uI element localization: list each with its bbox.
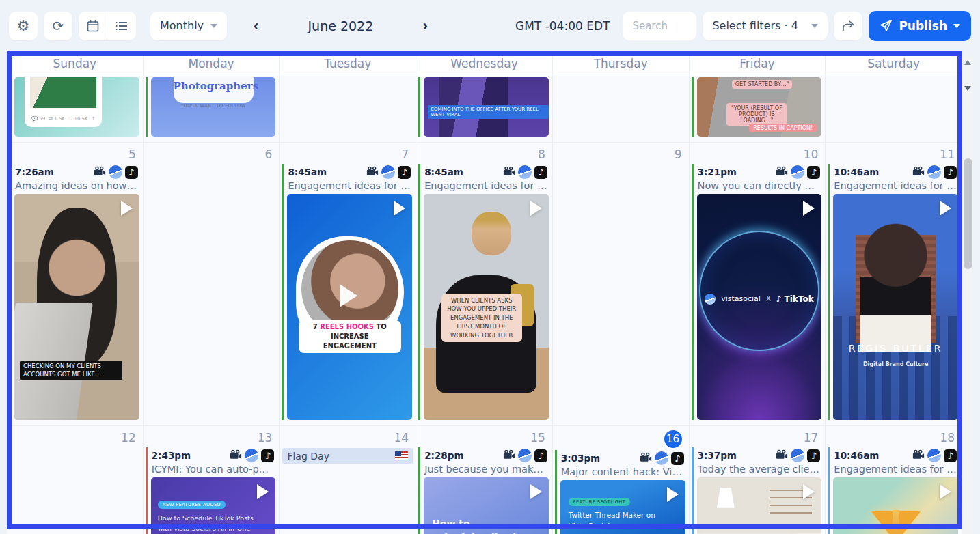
view-period-dropdown[interactable]: Monthly bbox=[150, 12, 227, 40]
post-card[interactable]: 3:03pm♪Major content hack: Vis…FEATURE S… bbox=[555, 450, 685, 534]
day-cell[interactable]: GET STARTED BY…""YOUR (RESULT OF PRODUCT… bbox=[690, 76, 826, 143]
day-cell[interactable]: COMING INTO THE OFFICE AFTER YOUR REEL W… bbox=[416, 76, 553, 143]
post-icons: ♪ bbox=[503, 449, 547, 462]
settings-button[interactable]: ⚙ bbox=[9, 12, 38, 40]
post-icons: ♪ bbox=[503, 165, 547, 179]
post-thumbnail[interactable]: GET STARTED BY…""YOUR (RESULT OF PRODUCT… bbox=[697, 77, 822, 137]
day-cell[interactable]: 14Flag Day bbox=[280, 426, 416, 534]
post-thumbnail[interactable] bbox=[833, 477, 958, 534]
holiday-banner[interactable]: Flag Day bbox=[282, 448, 413, 464]
play-icon bbox=[667, 487, 679, 502]
day-cell[interactable]: 12 bbox=[7, 426, 144, 534]
day-cell[interactable]: 173:37pm♪Today the average clie…WHEN YOU… bbox=[690, 426, 826, 534]
tiktok-icon: ♪ bbox=[125, 166, 138, 179]
post-card[interactable]: 10:46am♪Engagement ideas for … bbox=[828, 447, 958, 534]
vertical-scrollbar[interactable] bbox=[962, 56, 974, 534]
post-thumbnail[interactable]: How to Schedule TikTok Postswith Vista S… bbox=[424, 477, 549, 534]
date-number: 7 bbox=[401, 147, 409, 162]
post-thumbnail[interactable]: vistasocialX♪ TikTok bbox=[697, 194, 822, 420]
refresh-icon: ⟳ bbox=[53, 18, 64, 34]
date-bar: 18 bbox=[826, 426, 962, 447]
post-card[interactable]: 3:21pm♪Now you can directly p…vistasocia… bbox=[692, 164, 822, 420]
next-month-button[interactable]: › bbox=[417, 18, 433, 33]
post-thumbnail[interactable]: PhotographersYOU'LL WANT TO FOLLOW bbox=[151, 77, 276, 137]
share-button[interactable] bbox=[834, 12, 862, 40]
day-cell[interactable]: 152:28pm♪Just because you mak…How to Sch… bbox=[416, 426, 553, 534]
post-thumbnail[interactable]: NEW FEATURES ADDEDHow to Schedule TikTok… bbox=[151, 477, 276, 534]
reply-count: 💬 59 bbox=[31, 116, 45, 122]
day-cell[interactable] bbox=[280, 76, 416, 143]
scroll-up-icon[interactable] bbox=[964, 60, 971, 65]
like-count: ♡ 10.5K bbox=[68, 116, 88, 122]
prev-month-button[interactable]: ‹ bbox=[248, 18, 264, 33]
post-thumbnail[interactable]: WHEN YOU SPEND 2 HOURS bbox=[697, 477, 822, 534]
funnel-graphic bbox=[871, 511, 921, 534]
post-time: 3:21pm bbox=[698, 167, 737, 178]
post-card[interactable]: PhotographersYOU'LL WANT TO FOLLOW bbox=[146, 77, 276, 137]
post-icons: ♪ bbox=[640, 451, 684, 465]
post-card[interactable]: COMING INTO THE OFFICE AFTER YOUR REEL W… bbox=[418, 77, 549, 137]
day-cell[interactable] bbox=[826, 76, 962, 143]
profile-avatar bbox=[655, 451, 668, 465]
collab-x: X bbox=[766, 295, 771, 303]
day-cell[interactable]: 132:43pm♪ICYMI: You can auto-p…NEW FEATU… bbox=[144, 426, 280, 534]
post-title: Engagement ideas for … bbox=[287, 180, 412, 194]
refresh-button[interactable]: ⟳ bbox=[44, 12, 72, 40]
share-icon bbox=[841, 20, 855, 32]
feature-badge: NEW FEATURES ADDED bbox=[158, 501, 226, 509]
post-title: Today the average clie… bbox=[697, 463, 822, 477]
select-filters-dropdown[interactable]: Select filters · 4 bbox=[703, 12, 828, 40]
post-thumbnail[interactable]: FEATURE SPOTLIGHTTwitter Thread Maker on… bbox=[560, 480, 685, 534]
scrollbar-thumb[interactable] bbox=[964, 158, 972, 269]
date-number: 10 bbox=[804, 147, 819, 162]
timezone-label: GMT -04:00 EDT bbox=[515, 19, 610, 33]
day-cell[interactable]: 163:03pm♪Major content hack: Vis…FEATURE… bbox=[553, 426, 690, 534]
post-title: Amazing ideas on how … bbox=[14, 180, 139, 194]
day-header-sunday: Sunday bbox=[7, 51, 144, 76]
list-view-button[interactable] bbox=[107, 12, 136, 40]
play-icon bbox=[530, 484, 542, 499]
post-header: 7:26am♪ bbox=[14, 164, 139, 180]
post-thumbnail[interactable]: WHEN CLIENTS ASKS HOW YOU UPPED THEIR EN… bbox=[424, 194, 549, 420]
profile-avatar bbox=[109, 165, 122, 179]
post-card[interactable]: GET STARTED BY…""YOUR (RESULT OF PRODUCT… bbox=[692, 77, 822, 137]
post-card[interactable]: 7:26am♪Amazing ideas on how …CHECKING ON… bbox=[9, 164, 139, 420]
post-card[interactable]: 3:37pm♪Today the average clie…WHEN YOU S… bbox=[692, 447, 822, 534]
post-card[interactable]: 8:45am♪Engagement ideas for …WHEN CLIENT… bbox=[418, 164, 549, 420]
post-card[interactable]: 10:46am♪Engagement ideas for …REGIS BUTL… bbox=[828, 164, 958, 420]
search-input[interactable] bbox=[623, 12, 696, 40]
post-thumbnail[interactable]: CHECKING ON MY CLIENTS ACCOUNTS GOT ME L… bbox=[14, 194, 139, 420]
post-card[interactable]: 2:28pm♪Just because you mak…How to Sched… bbox=[418, 447, 549, 534]
reel-camera-icon bbox=[366, 166, 379, 179]
day-cell[interactable] bbox=[553, 76, 690, 143]
day-cell[interactable]: 💬 59⇄ 1.5K♡ 10.5K↥ bbox=[7, 76, 144, 143]
date-bar: 11 bbox=[826, 143, 962, 163]
reel-camera-icon bbox=[640, 452, 652, 465]
day-cell[interactable]: 78:45am♪Engagement ideas for …7 REELS HO… bbox=[280, 143, 416, 426]
publish-button[interactable]: Publish bbox=[869, 11, 971, 41]
calendar-row: 57:26am♪Amazing ideas on how …CHECKING O… bbox=[7, 143, 962, 426]
post-thumbnail[interactable]: REGIS BUTLERDigital Brand Culture bbox=[833, 194, 958, 420]
post-card[interactable]: 2:43pm♪ICYMI: You can auto-p…NEW FEATURE… bbox=[146, 447, 276, 534]
day-cell[interactable]: 1110:46am♪Engagement ideas for …REGIS BU… bbox=[826, 143, 962, 426]
paper-plane-icon bbox=[880, 19, 893, 32]
day-cell[interactable]: 1810:46am♪Engagement ideas for … bbox=[826, 426, 962, 534]
day-cell[interactable]: 103:21pm♪Now you can directly p…vistasoc… bbox=[690, 143, 826, 426]
post-header: 2:43pm♪ bbox=[151, 447, 276, 463]
post-thumbnail[interactable]: COMING INTO THE OFFICE AFTER YOUR REEL W… bbox=[424, 77, 549, 137]
scroll-down-icon[interactable] bbox=[964, 86, 971, 91]
text-bubble: GET STARTED BY…" bbox=[732, 80, 793, 89]
day-cell[interactable]: 57:26am♪Amazing ideas on how …CHECKING O… bbox=[7, 143, 144, 426]
play-icon bbox=[803, 484, 815, 499]
day-cell[interactable]: 9 bbox=[553, 143, 690, 426]
post-card[interactable]: 💬 59⇄ 1.5K♡ 10.5K↥ bbox=[9, 77, 139, 137]
post-thumbnail[interactable]: 7 REELS HOOKS TO INCREASE ENGAGEMENT bbox=[287, 194, 412, 420]
day-cell[interactable]: PhotographersYOU'LL WANT TO FOLLOW bbox=[144, 76, 280, 143]
calendar-view-button[interactable] bbox=[79, 12, 107, 40]
day-cell[interactable]: 88:45am♪Engagement ideas for …WHEN CLIEN… bbox=[416, 143, 553, 426]
post-thumbnail[interactable]: 💬 59⇄ 1.5K♡ 10.5K↥ bbox=[14, 77, 139, 137]
chevron-down-icon bbox=[210, 24, 217, 28]
reel-camera-icon bbox=[94, 166, 106, 179]
day-cell[interactable]: 6 bbox=[144, 143, 280, 426]
post-card[interactable]: 8:45am♪Engagement ideas for …7 REELS HOO… bbox=[282, 164, 412, 420]
